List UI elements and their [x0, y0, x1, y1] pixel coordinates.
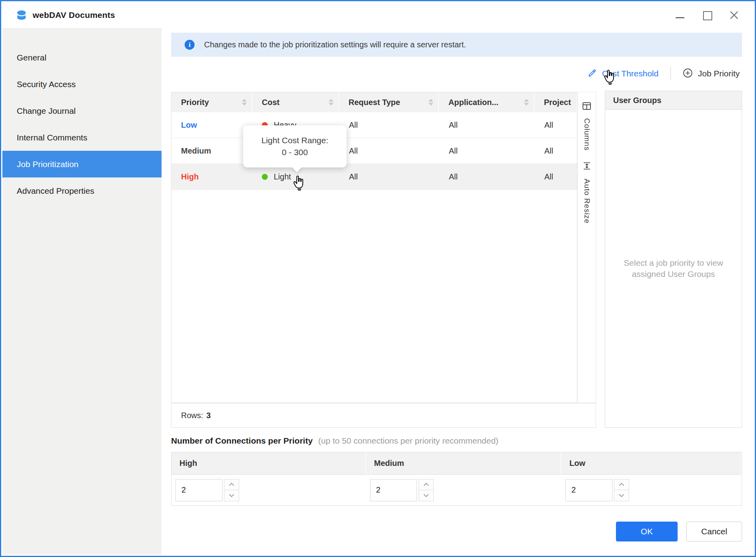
project-value: All: [534, 121, 577, 130]
tooltip-range: 0 - 300: [282, 146, 308, 158]
sort-arrows-icon[interactable]: [329, 99, 333, 106]
window-controls: [675, 2, 739, 28]
user-groups-placeholder: Select a job priority to view assigned U…: [618, 257, 729, 280]
sort-arrows-icon[interactable]: [242, 99, 247, 106]
sidebar-item-internal-comments[interactable]: Internal Comments: [2, 124, 162, 151]
medium-connections-stepper: [370, 479, 434, 501]
low-connections-stepper: [565, 479, 629, 501]
chevron-down-icon: [424, 492, 429, 497]
connections-table: High Medium Low: [171, 452, 742, 506]
tooltip-title: Light Cost Range:: [261, 134, 328, 146]
maximize-button[interactable]: [702, 10, 712, 20]
chevron-up-icon: [424, 483, 429, 488]
request-type-value: All: [339, 121, 439, 130]
stepper-up-button[interactable]: [224, 479, 239, 491]
job-priority-label: Job Priority: [698, 69, 740, 78]
user-groups-body: Select a job priority to view assigned U…: [605, 110, 742, 427]
sidebar-item-security-access[interactable]: Security Access: [2, 71, 162, 97]
priority-value: Low: [171, 121, 252, 130]
low-connections-input[interactable]: [565, 479, 612, 501]
rows-count: 3: [207, 411, 211, 420]
connections-cell-high: [171, 475, 366, 505]
user-groups-panel: User Groups Select a job priority to vie…: [605, 91, 742, 428]
cost-threshold-button[interactable]: Cost Threshold: [588, 68, 659, 79]
sidebar-item-change-journal[interactable]: Change Journal: [2, 97, 162, 124]
cost-range-tooltip: Light Cost Range: 0 - 300: [243, 125, 347, 167]
application-value: All: [439, 146, 534, 156]
cost-threshold-label: Cost Threshold: [602, 69, 659, 78]
sort-arrows-icon[interactable]: [524, 99, 529, 106]
restart-info-banner: i Changes made to the job prioritization…: [171, 33, 742, 57]
column-header-project[interactable]: Project: [534, 92, 577, 112]
stepper-up-button[interactable]: [419, 479, 434, 491]
chevron-down-icon: [229, 492, 234, 497]
connections-title-row: Number of Connections per Priority (up t…: [171, 436, 499, 446]
priority-value: High: [171, 172, 252, 181]
sidebar-item-job-prioritization[interactable]: Job Prioritization: [2, 151, 162, 177]
chevron-up-icon: [619, 483, 624, 488]
table-header-row: Priority Cost Request Type Application..…: [171, 92, 577, 112]
auto-resize-icon[interactable]: [582, 161, 592, 172]
title-bar: webDAV Documents: [2, 2, 754, 28]
stepper-down-button[interactable]: [224, 490, 239, 501]
sidebar-item-general[interactable]: General: [2, 44, 162, 71]
stepper-up-button[interactable]: [614, 479, 629, 491]
table-actions: Cost Threshold Job Priority: [588, 64, 740, 83]
plus-circle-icon: [683, 68, 693, 80]
dialog-window: webDAV Documents General Security Access…: [0, 0, 756, 557]
column-header-priority[interactable]: Priority: [171, 92, 252, 112]
actions-divider: [670, 67, 671, 80]
pencil-icon: [588, 68, 597, 79]
job-priority-table: Priority Cost Request Type Application..…: [171, 92, 577, 403]
connections-value-row: [171, 475, 742, 505]
medium-connections-input[interactable]: [370, 479, 417, 501]
light-cost-dot-icon: [262, 174, 268, 180]
table-row-low[interactable]: Low Heavy All All All: [171, 112, 577, 138]
banner-text: Changes made to the job prioritization s…: [204, 40, 466, 49]
cancel-button[interactable]: Cancel: [686, 522, 742, 541]
application-value: All: [439, 121, 534, 130]
sort-arrows-icon[interactable]: [429, 99, 433, 106]
info-icon: i: [185, 40, 195, 50]
cost-value: Light: [252, 172, 339, 181]
sidebar-item-advanced-properties[interactable]: Advanced Properties: [2, 177, 162, 204]
columns-toolbar-label[interactable]: Columns: [583, 118, 591, 151]
user-groups-header: User Groups: [605, 91, 742, 110]
stepper-down-button[interactable]: [614, 490, 629, 501]
rows-label: Rows:: [181, 411, 203, 420]
request-type-value: All: [339, 172, 439, 181]
connections-header-medium: Medium: [366, 452, 561, 475]
request-type-value: All: [339, 146, 439, 156]
ok-button[interactable]: OK: [616, 522, 678, 541]
table-row-medium[interactable]: Medium All All All: [171, 138, 577, 164]
project-value: All: [534, 172, 577, 181]
application-value: All: [439, 172, 534, 181]
chevron-down-icon: [619, 492, 624, 497]
high-connections-stepper: [175, 479, 239, 501]
chevron-up-icon: [229, 483, 234, 488]
table-side-toolbar: Columns Auto Resize: [577, 92, 596, 403]
add-job-priority-button[interactable]: Job Priority: [683, 68, 740, 80]
column-header-cost[interactable]: Cost: [252, 92, 339, 112]
high-connections-input[interactable]: [175, 479, 222, 501]
window-title: webDAV Documents: [33, 2, 115, 28]
priority-value: Medium: [171, 146, 252, 156]
minimize-button[interactable]: [675, 10, 685, 20]
stepper-down-button[interactable]: [419, 490, 434, 501]
connections-cell-low: [561, 475, 742, 505]
column-header-request-type[interactable]: Request Type: [339, 92, 439, 112]
connections-cell-medium: [366, 475, 561, 505]
connections-header-row: High Medium Low: [171, 452, 742, 475]
column-header-application[interactable]: Application...: [439, 92, 534, 112]
connections-header-low: Low: [561, 452, 742, 475]
close-button[interactable]: [729, 10, 739, 20]
auto-resize-toolbar-label[interactable]: Auto Resize: [583, 179, 591, 224]
connections-header-high: High: [171, 452, 366, 475]
table-row-high[interactable]: High Light All All All: [171, 164, 577, 190]
rows-count-bar: Rows: 3: [171, 403, 596, 428]
project-value: All: [534, 146, 577, 156]
app-database-icon: [16, 10, 27, 21]
connections-title: Number of Connections per Priority: [171, 436, 313, 445]
columns-icon[interactable]: [582, 101, 592, 113]
settings-sidebar: General Security Access Change Journal I…: [2, 28, 162, 555]
